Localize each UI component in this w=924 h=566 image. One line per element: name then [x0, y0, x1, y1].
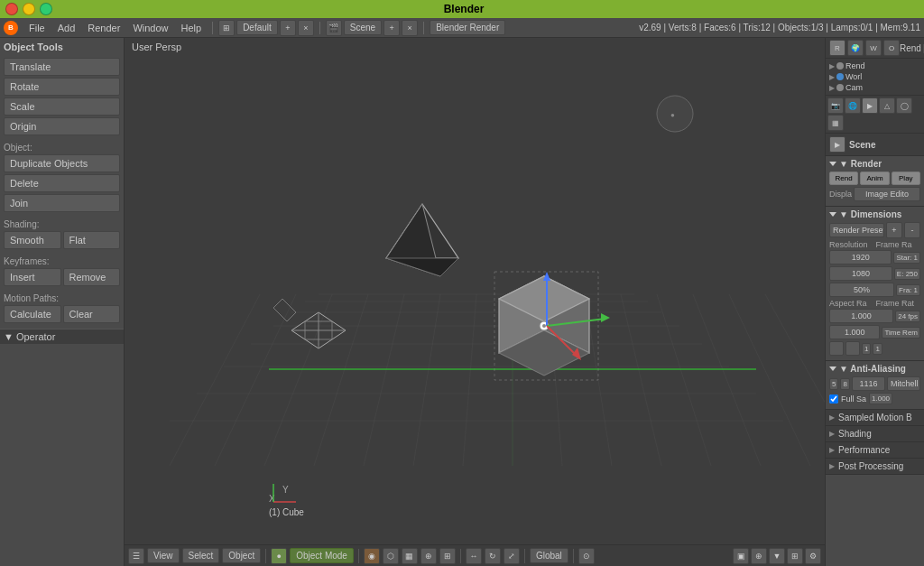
- preset-remove-icon[interactable]: -: [904, 222, 920, 238]
- transform-icon[interactable]: ↔: [466, 548, 482, 564]
- aa-filter[interactable]: Mitchell: [887, 376, 920, 391]
- render-mode-icon[interactable]: ▼: [769, 548, 785, 564]
- layout-selector[interactable]: Default: [236, 20, 278, 35]
- texture-icon[interactable]: ▦: [827, 115, 844, 131]
- crop-to-render-toggle[interactable]: [845, 341, 860, 356]
- percent-field[interactable]: 50%: [829, 283, 894, 297]
- viewport-shading-texture[interactable]: ▦: [402, 548, 418, 564]
- menu-add[interactable]: Add: [52, 21, 81, 35]
- join-button[interactable]: Join: [4, 194, 120, 212]
- aa-val1[interactable]: 5: [829, 378, 838, 390]
- start-frame-field[interactable]: Star: 1: [893, 252, 920, 264]
- remove-keyframe-button[interactable]: Remove: [63, 268, 121, 286]
- height-field[interactable]: 1080: [829, 266, 892, 281]
- display-selector[interactable]: Image Edito: [854, 187, 920, 201]
- scene-props-icon[interactable]: 🌍: [847, 40, 864, 56]
- aspect-x-field[interactable]: 1.000: [829, 309, 893, 323]
- scene-selector[interactable]: Scene: [344, 20, 382, 35]
- scale-icon[interactable]: ⤢: [504, 548, 520, 564]
- layout-add-icon[interactable]: +: [280, 20, 296, 36]
- rotate-button[interactable]: Rotate: [4, 78, 120, 96]
- render-props-icon[interactable]: R: [829, 40, 845, 56]
- current-frame-field[interactable]: Fra: 1: [896, 284, 920, 296]
- insert-keyframe-button[interactable]: Insert: [4, 268, 61, 286]
- width-field[interactable]: 1920: [829, 250, 892, 264]
- scene-add-icon[interactable]: +: [383, 20, 400, 36]
- view-menu[interactable]: View: [147, 548, 180, 563]
- mode-selector[interactable]: Object Mode: [290, 548, 354, 563]
- fps-field[interactable]: 24 fps: [895, 311, 920, 322]
- maximize-button[interactable]: [40, 3, 52, 15]
- menu-window[interactable]: Window: [127, 21, 173, 35]
- preset-add-icon[interactable]: +: [886, 222, 902, 238]
- scene-camera-item[interactable]: ▶ Rend: [827, 60, 922, 71]
- scene-cam-item[interactable]: ▶ Cam: [827, 82, 922, 93]
- calculate-button[interactable]: Calculate: [4, 305, 61, 323]
- scene-remove-icon[interactable]: ×: [402, 20, 418, 36]
- end-frame-field[interactable]: E: 250: [894, 268, 920, 280]
- smooth-button[interactable]: Smooth: [4, 231, 61, 249]
- snap-to-icon[interactable]: ⊞: [439, 548, 456, 564]
- render-engine-selector[interactable]: Blender Render: [430, 20, 505, 35]
- close-button[interactable]: [5, 3, 18, 15]
- transform-space[interactable]: Global: [530, 548, 568, 563]
- main-layout: Object Tools Translate Rotate Scale Orig…: [0, 38, 924, 566]
- menu-help[interactable]: Help: [176, 21, 208, 35]
- viewport-extra-icon[interactable]: ⊞: [787, 548, 803, 564]
- viewport-menu-icon[interactable]: ☰: [128, 548, 144, 564]
- aa-section-header[interactable]: ▼ Anti-Aliasing: [829, 364, 920, 374]
- shading-section[interactable]: ▶ Shading: [826, 426, 924, 442]
- scene-icon-small: ▶: [829, 136, 845, 153]
- render-button[interactable]: Rend: [829, 172, 858, 185]
- flat-button[interactable]: Flat: [63, 231, 121, 249]
- play-button[interactable]: Play: [892, 172, 920, 185]
- dimensions-section-header[interactable]: ▼ Dimensions: [829, 209, 920, 219]
- object-data-icon[interactable]: △: [879, 97, 895, 114]
- globe-icon[interactable]: 🌐: [845, 97, 861, 114]
- scene-active-icon[interactable]: ▶: [862, 97, 878, 114]
- aa-val2[interactable]: 8: [840, 378, 849, 390]
- layout-remove-icon[interactable]: ×: [298, 20, 314, 36]
- overlay-icon[interactable]: ▣: [733, 548, 749, 564]
- view-tab[interactable]: Rend: [900, 43, 921, 53]
- svg-marker-32: [386, 258, 458, 276]
- aa-sample-val[interactable]: 1.000: [869, 393, 892, 404]
- 3d-viewport[interactable]: User Persp: [125, 38, 825, 566]
- gizmo-icon[interactable]: ⊕: [751, 548, 767, 564]
- world-props-icon[interactable]: W: [865, 40, 882, 56]
- snap-icon[interactable]: ⊕: [420, 548, 437, 564]
- border-render-toggle[interactable]: [829, 341, 844, 356]
- render-section-header[interactable]: ▼ Render: [829, 159, 920, 169]
- full-sample-checkbox[interactable]: [829, 394, 838, 404]
- frame-step-1[interactable]: 1: [862, 343, 871, 355]
- menu-render[interactable]: Render: [82, 21, 125, 35]
- camera-icon[interactable]: 📷: [827, 97, 844, 114]
- clear-button[interactable]: Clear: [63, 305, 121, 323]
- frame-step-2[interactable]: 1: [873, 343, 882, 355]
- fps-label: Frame Rat: [876, 299, 921, 308]
- viewport-shading-wire[interactable]: ⬡: [383, 548, 399, 564]
- delete-button[interactable]: Delete: [4, 174, 120, 192]
- aa-val3[interactable]: 1116: [852, 376, 885, 391]
- performance-section[interactable]: ▶ Performance: [826, 442, 924, 459]
- viewport-shading-solid[interactable]: ◉: [364, 548, 380, 564]
- render-preset-button[interactable]: Render Preset: [829, 223, 884, 237]
- viewport-settings-icon[interactable]: ⚙: [805, 548, 821, 564]
- origin-button[interactable]: Origin: [4, 117, 120, 135]
- scene-world-item[interactable]: ▶ Worl: [827, 71, 922, 82]
- rotate-icon[interactable]: ↻: [485, 548, 501, 564]
- select-menu[interactable]: Select: [182, 548, 220, 563]
- menu-file[interactable]: File: [23, 21, 51, 35]
- minimize-button[interactable]: [23, 3, 35, 15]
- duplicate-objects-button[interactable]: Duplicate Objects: [4, 154, 120, 172]
- sampled-motion-section[interactable]: ▶ Sampled Motion B: [826, 410, 924, 426]
- post-processing-section[interactable]: ▶ Post Processing: [826, 459, 924, 475]
- anim-button[interactable]: Anim: [860, 172, 889, 185]
- aspect-y-field[interactable]: 1.000: [829, 325, 880, 339]
- proportional-edit[interactable]: ⊙: [578, 548, 595, 564]
- material-icon[interactable]: ◯: [896, 97, 912, 114]
- translate-button[interactable]: Translate: [4, 58, 120, 76]
- object-menu[interactable]: Object: [222, 548, 261, 563]
- scale-button[interactable]: Scale: [4, 97, 120, 116]
- object-props-icon[interactable]: O: [883, 40, 900, 56]
